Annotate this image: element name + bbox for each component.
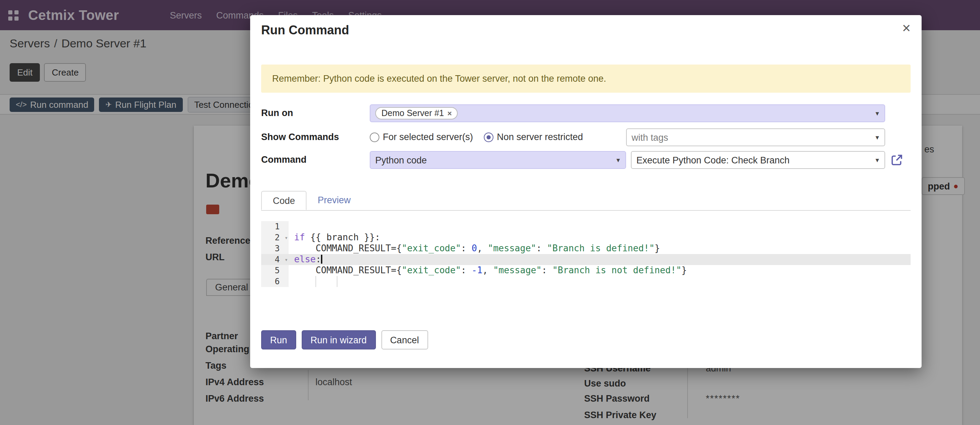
server-tag-chip: Demo Server #1 × [375,107,458,119]
line-number: 6 [261,276,289,287]
close-icon[interactable]: × [902,21,911,35]
command-select[interactable]: Execute Python Code: Check Branch ▾ [631,151,885,169]
editor-line-4[interactable]: 4▾else: [261,254,911,265]
run-on-select[interactable]: Demo Server #1 × ▾ [370,105,885,122]
run-button[interactable]: Run [261,330,296,349]
command-label: Command [261,151,307,169]
line-number: 5 [261,265,289,276]
editor-line-3[interactable]: 3 COMMAND_RESULT={"exit_code": 0, "messa… [261,243,911,254]
line-number: 2▾ [261,232,289,243]
code-editor[interactable]: 12▾if {{ branch }}:3 COMMAND_RESULT={"ex… [261,221,911,287]
run-in-wizard-button[interactable]: Run in wizard [302,330,376,349]
editor-line-5[interactable]: 5 COMMAND_RESULT={"exit_code": -1, "mess… [261,265,911,276]
with-tags-select[interactable]: with tags ▾ [626,128,885,146]
command-value: Execute Python Code: Check Branch [636,155,790,165]
server-tag-label: Demo Server #1 [382,108,444,118]
code-text: else: [289,254,911,265]
line-number: 3 [261,243,289,254]
code-text: COMMAND_RESULT={"exit_code": 0, "message… [289,243,911,254]
editor-line-1[interactable]: 1 [261,221,911,232]
command-type-select[interactable]: Python code ▾ [370,151,626,169]
remove-tag-icon[interactable]: × [447,109,452,117]
cancel-button[interactable]: Cancel [381,330,428,349]
run-command-dialog: Run Command × Remember: Python code is e… [250,15,921,368]
with-tags-placeholder: with tags [632,132,668,143]
radio-for-selected-servers[interactable] [370,133,379,142]
chevron-down-icon: ▾ [616,156,620,164]
code-preview-tabs: CodePreview [261,191,911,211]
fold-caret-icon[interactable]: ▾ [285,255,288,266]
editor-line-2[interactable]: 2▾if {{ branch }}: [261,232,911,243]
python-warning-alert: Remember: Python code is executed on the… [261,65,911,93]
dialog-title: Run Command [261,23,349,38]
radio-non-server-restricted[interactable] [484,133,493,142]
code-text: if {{ branch }}: [289,232,911,243]
command-type-value: Python code [375,155,427,165]
external-link-icon[interactable] [891,154,903,166]
chevron-down-icon: ▾ [875,156,879,164]
tab-preview[interactable]: Preview [307,191,362,210]
text-cursor [321,255,322,264]
radio-label-for-selected-servers[interactable]: For selected server(s) [383,128,473,146]
dialog-footer: Run Run in wizard Cancel [261,330,428,349]
line-number: 1 [261,221,289,232]
fold-caret-icon[interactable]: ▾ [285,233,288,244]
code-text: COMMAND_RESULT={"exit_code": -1, "messag… [289,265,911,276]
chevron-down-icon: ▾ [875,133,879,141]
app-viewport: Cetmix Tower ServersCommandsFilesToolsSe… [0,0,980,425]
chevron-down-icon: ▾ [875,109,879,117]
run-on-label: Run on [261,105,293,122]
show-commands-label: Show Commands [261,128,339,146]
editor-line-6[interactable]: 6 [261,276,911,287]
radio-label-non-server-restricted[interactable]: Non server restricted [497,128,583,146]
code-text [289,221,911,232]
code-text [289,276,911,287]
line-number: 4▾ [261,254,289,265]
tab-code[interactable]: Code [261,191,307,210]
